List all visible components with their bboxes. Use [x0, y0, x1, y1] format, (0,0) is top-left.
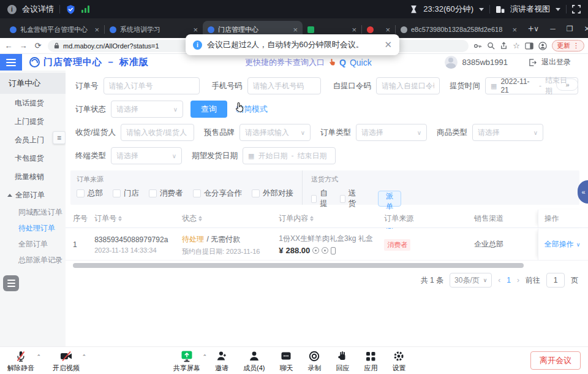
page-size-select[interactable]: 30条/页 ∨: [450, 273, 492, 288]
share-icon[interactable]: [500, 42, 508, 50]
back-button[interactable]: ←: [4, 41, 13, 50]
order-status-select[interactable]: 请选择 ∨: [111, 101, 183, 118]
start-video-button[interactable]: 开启视频 ⌃: [53, 350, 80, 373]
checkbox-icon[interactable]: [252, 189, 260, 197]
checkbox-icon[interactable]: [311, 195, 317, 203]
share-screen-button[interactable]: 共享屏幕 ⌃: [173, 350, 200, 373]
checkbox-source-hq[interactable]: 总部: [77, 188, 103, 199]
dispatch-return-button[interactable]: 派单退回: [378, 191, 401, 207]
checkbox-self-pickup[interactable]: 自提: [311, 188, 330, 209]
sidebar-item-door-pickup[interactable]: 上门提货: [0, 112, 66, 131]
checkbox-icon[interactable]: [193, 189, 201, 197]
pickup-start-date[interactable]: 2022-11-21: [500, 77, 535, 94]
zoom-icon[interactable]: [487, 42, 495, 50]
checkbox-delivery[interactable]: 送货: [340, 188, 359, 209]
goods-type-select[interactable]: 请选择 ∨: [472, 124, 543, 141]
tab-close-icon[interactable]: ×: [293, 25, 298, 34]
leave-meeting-button[interactable]: 离开会议: [530, 351, 581, 370]
unmute-button[interactable]: 解除静音 ⌃: [7, 350, 34, 373]
chevron-down-icon[interactable]: ∨: [576, 242, 581, 248]
profile-avatar-icon[interactable]: [538, 42, 547, 50]
floating-list-widget[interactable]: [3, 275, 19, 291]
horizontal-scrollbar[interactable]: [73, 263, 524, 268]
sort-icon[interactable]: [310, 216, 314, 221]
receiver-input[interactable]: [121, 124, 194, 141]
user-avatar[interactable]: [445, 56, 458, 69]
sidebar-sub-city-delivery[interactable]: 同城配送订单: [0, 204, 66, 220]
sidebar-section-order-center[interactable]: 订单中心: [0, 73, 66, 94]
side-panel-icon[interactable]: [525, 42, 533, 50]
menu-toggle-button[interactable]: [0, 54, 22, 71]
meeting-details-label[interactable]: 会议详情: [22, 4, 54, 15]
sidebar-item-all-orders-parent[interactable]: 全部订单: [0, 186, 66, 204]
checkbox-icon[interactable]: [340, 195, 345, 203]
sidebar-sub-hq-dispatch-log[interactable]: 总部派单记录: [0, 252, 66, 268]
sidebar-sub-all-orders[interactable]: 全部订单: [0, 236, 66, 252]
forward-button[interactable]: →: [18, 41, 28, 50]
goto-page-input[interactable]: [546, 273, 565, 288]
chrome-update-button[interactable]: 更新 ⋮: [552, 40, 584, 52]
invite-button[interactable]: 邀请: [215, 350, 228, 373]
sort-icon[interactable]: [118, 216, 122, 221]
current-page[interactable]: 1: [507, 276, 511, 284]
col-order-no[interactable]: 订单号: [94, 213, 182, 224]
brand-select[interactable]: 请选择或输入 ∨: [239, 124, 311, 141]
timer-dropdown-icon[interactable]: [479, 8, 484, 11]
tab-close-icon[interactable]: ×: [385, 25, 390, 34]
sidebar-sub-pending-orders[interactable]: 待处理订单: [0, 220, 66, 236]
chevron-up-icon[interactable]: ⌃: [36, 354, 41, 360]
fullscreen-icon[interactable]: [572, 5, 581, 13]
browser-tab-6[interactable]: e8c573980b1328a258fd2e618 ×: [396, 21, 522, 38]
checkbox-source-warehouse-coop[interactable]: 仓分享合作: [193, 188, 243, 199]
members-button[interactable]: 成员(4): [243, 350, 265, 373]
view-dropdown-icon[interactable]: [556, 8, 560, 11]
tab-close-icon[interactable]: ×: [94, 25, 99, 34]
table-row[interactable]: 1 83859345088979792a 2023-11-13 14:33:34…: [66, 229, 588, 261]
tab-close-icon[interactable]: ×: [512, 25, 517, 34]
sidebar-item-batch-verify[interactable]: 批量核销: [0, 167, 66, 186]
apps-button[interactable]: 应用: [364, 350, 377, 373]
prev-page-button[interactable]: ‹: [498, 276, 500, 284]
checkbox-icon[interactable]: [77, 189, 85, 197]
sidebar-item-phone-pickup[interactable]: 电话提货: [0, 94, 66, 112]
terminal-type-select[interactable]: 请选择 ∨: [111, 147, 182, 164]
window-close-button[interactable]: ✕: [584, 25, 588, 33]
network-signal-icon[interactable]: [81, 6, 89, 13]
order-no-input[interactable]: [104, 77, 200, 94]
banner-close-icon[interactable]: ✕: [384, 39, 392, 50]
col-status[interactable]: 状态: [182, 213, 279, 224]
ship-date-range[interactable]: ▦ 开始日期 - 结束日期: [243, 147, 336, 164]
browser-tab-1[interactable]: 礼盒营销平台管理中心 ×: [5, 21, 104, 38]
shield-check-icon[interactable]: [66, 4, 76, 15]
ship-start-date[interactable]: 开始日期: [258, 151, 287, 161]
info-icon[interactable]: i: [7, 5, 17, 14]
reload-button[interactable]: ⟳: [33, 41, 43, 50]
sort-icon[interactable]: [198, 216, 202, 221]
checkbox-source-store[interactable]: 门店: [113, 188, 139, 199]
settings-button[interactable]: 设置: [392, 350, 405, 373]
chevron-up-icon[interactable]: ⌃: [202, 354, 207, 360]
checkbox-icon[interactable]: [113, 189, 121, 197]
checkbox-source-consumer[interactable]: 消费者: [149, 188, 183, 199]
quick-label[interactable]: Quick: [350, 58, 372, 67]
view-mode-label[interactable]: 演讲者视图: [510, 4, 550, 15]
window-restore-button[interactable]: ❐: [567, 25, 573, 33]
phone-input[interactable]: [247, 77, 321, 94]
sidebar-item-card-pickup[interactable]: 卡包提货: [0, 149, 66, 167]
tab-close-icon[interactable]: ×: [193, 25, 198, 34]
col-content[interactable]: 订单内容: [279, 213, 384, 224]
logout-button[interactable]: 退出登录: [541, 57, 571, 67]
checkbox-source-external[interactable]: 外部对接: [252, 188, 293, 199]
new-tab-button[interactable]: +: [528, 23, 533, 34]
bookmark-star-icon[interactable]: ☆: [513, 41, 520, 50]
promo-link[interactable]: 更快捷的券卡查询入口: [245, 57, 325, 68]
search-button[interactable]: 查询: [190, 101, 227, 118]
order-number[interactable]: 83859345088979792a: [94, 235, 182, 244]
password-key-icon[interactable]: [473, 42, 482, 50]
window-minimize-button[interactable]: ─: [550, 25, 556, 33]
order-type-select[interactable]: 请选择 ∨: [356, 124, 427, 141]
tab-close-icon[interactable]: ×: [352, 25, 356, 34]
collapse-filters-button[interactable]: »: [556, 78, 578, 91]
layout-view-icon[interactable]: [496, 6, 505, 13]
checkbox-icon[interactable]: [149, 189, 157, 197]
